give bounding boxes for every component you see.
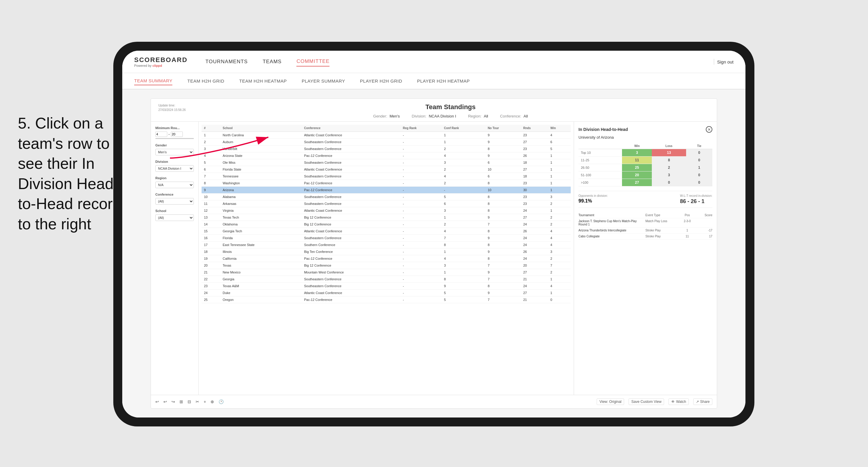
cell-rnds: 23 <box>521 193 548 200</box>
th-conf-rank: Conf Rank <box>442 125 486 132</box>
cell-reg-rank: - <box>400 146 442 152</box>
division-select[interactable]: NCAA Division I <box>155 165 194 172</box>
school-filter-label: School <box>155 209 194 213</box>
table-row[interactable]: 10 Alabama Southeastern Conference - 5 8… <box>202 193 571 200</box>
nav-teams[interactable]: TEAMS <box>263 57 282 66</box>
undo-icon[interactable]: ↩ <box>155 399 159 404</box>
cell-rnds: 23 <box>521 132 548 139</box>
hdh-tour-row[interactable]: Arizona Thunderbirds Intercollegiate Str… <box>579 227 712 234</box>
conference-label: Conference: <box>500 114 521 118</box>
circle-plus-icon[interactable]: ⊕ <box>211 399 214 404</box>
undo2-icon[interactable]: ↩ <box>163 399 167 404</box>
table-row[interactable]: 3 Vanderbilt Southeastern Conference - 2… <box>202 146 571 152</box>
table-row[interactable]: 22 Georgia Southeastern Conference - 8 7… <box>202 276 571 283</box>
subnav-player-h2h-heatmap[interactable]: PLAYER H2H HEATMAP <box>417 77 470 85</box>
hdh-close-button[interactable]: ✕ <box>706 126 712 133</box>
cell-rnds: 24 <box>521 242 548 248</box>
share-btn[interactable]: ↗ Share <box>693 398 712 405</box>
save-custom-view-btn[interactable]: Save Custom View <box>628 398 664 405</box>
hdh-cell-win: 11 <box>622 157 652 164</box>
gender-select[interactable]: Men's <box>155 149 194 155</box>
table-row[interactable]: 1 North Carolina Atlantic Coast Conferen… <box>202 132 571 139</box>
table-row[interactable]: 24 Duke Atlantic Coast Conference - 5 9 … <box>202 289 571 297</box>
cell-rnds: 23 <box>521 200 548 207</box>
cell-rank: 18 <box>202 248 220 255</box>
cell-rnds: 24 <box>521 235 548 242</box>
school-select[interactable]: (All) <box>155 214 194 221</box>
table-row[interactable]: 16 Florida Southeastern Conference - 7 9… <box>202 235 571 242</box>
table-row[interactable]: 9 Arizona Pac-12 Conference - - 10 30 1 <box>202 187 571 193</box>
cell-win: 1 <box>548 152 571 159</box>
table-row[interactable]: 17 East Tennessee State Southern Confere… <box>202 242 571 248</box>
subnav-team-h2h-grid[interactable]: TEAM H2H GRID <box>187 77 224 85</box>
table-row[interactable]: 13 Texas Tech Big 12 Conference - 1 9 27… <box>202 214 571 221</box>
hdh-row: 51-100 20 3 0 <box>579 172 712 179</box>
th-conference: Conference <box>302 125 400 132</box>
sign-out[interactable]: Sign out <box>717 59 734 64</box>
cell-conf-rank: 1 <box>442 214 486 221</box>
hdh-title: In Division Head-to-Head <box>579 127 628 132</box>
minus-icon[interactable]: ⊟ <box>188 399 191 404</box>
min-rounds-min-input[interactable] <box>155 131 167 137</box>
hdh-tour-row[interactable]: Cabo Collegiate Stroke Play 11 17 <box>579 234 712 240</box>
cell-reg-rank: - <box>400 276 442 283</box>
cell-school: North Carolina <box>220 132 302 139</box>
tour-name: Arizona Thunderbirds Intercollegiate <box>579 229 646 232</box>
cell-rank: 6 <box>202 166 220 173</box>
clock-icon[interactable]: 🕐 <box>219 399 224 404</box>
grid-icon[interactable]: ⊞ <box>180 399 183 404</box>
view-original-btn[interactable]: View: Original <box>597 398 624 405</box>
cell-conf-rank: 3 <box>442 207 486 214</box>
conference-select[interactable]: (All) <box>155 198 194 205</box>
watch-btn[interactable]: 👁 Watch <box>669 398 689 405</box>
min-rounds-slider[interactable] <box>155 138 194 139</box>
conference-filter-display: Conference: All <box>500 114 528 118</box>
subnav-player-summary[interactable]: PLAYER SUMMARY <box>302 77 345 85</box>
table-row[interactable]: 21 New Mexico Mountain West Conference -… <box>202 269 571 276</box>
table-row[interactable]: 23 Texas A&M Southeastern Conference - 9… <box>202 283 571 289</box>
redo-icon[interactable]: ↪ <box>172 399 175 404</box>
table-row[interactable]: 7 Tennessee Southeastern Conference - 4 … <box>202 173 571 180</box>
subnav-team-h2h-heatmap[interactable]: TEAM H2H HEATMAP <box>239 77 286 85</box>
table-row[interactable]: 2 Auburn Southeastern Conference - 1 9 2… <box>202 139 571 146</box>
plus-icon[interactable]: + <box>204 399 206 404</box>
min-rounds-max-input[interactable] <box>171 131 183 137</box>
subnav-team-summary[interactable]: TEAM SUMMARY <box>134 76 172 85</box>
nav-committee[interactable]: COMMITTEE <box>297 57 330 66</box>
cell-no-tour: 8 <box>486 242 521 248</box>
scissors-icon[interactable]: ✂ <box>196 399 199 404</box>
cell-win: 2 <box>548 255 571 262</box>
table-row[interactable]: 6 Florida State Atlantic Coast Conferenc… <box>202 166 571 173</box>
table-row[interactable]: 25 Oregon Pac-12 Conference - 5 7 21 0 <box>202 297 571 303</box>
table-row[interactable]: 4 Arizona State Pac-12 Conference - 4 9 … <box>202 152 571 159</box>
cell-school: Oregon <box>220 297 302 303</box>
cell-rank: 3 <box>202 146 220 152</box>
cell-no-tour: 9 <box>486 269 521 276</box>
logo-sub: Powered by clippd <box>134 64 188 67</box>
hdh-tour-row[interactable]: Jackson T. Stephens Cup Men's Match-Play… <box>579 218 712 227</box>
cell-no-tour: 8 <box>486 200 521 207</box>
cell-win: 4 <box>548 283 571 289</box>
cell-rank: 21 <box>202 269 220 276</box>
region-select[interactable]: N/A <box>155 182 194 188</box>
division-filter-label: Division <box>155 160 194 163</box>
region-label: Region: <box>468 114 482 118</box>
table-row[interactable]: 18 Illinois Big Ten Conference - 1 9 26 … <box>202 248 571 255</box>
table-row[interactable]: 5 Ole Miss Southeastern Conference - 3 6… <box>202 159 571 166</box>
table-row[interactable]: 8 Washington Pac-12 Conference - 2 8 23 … <box>202 180 571 187</box>
gender-label: Gender: <box>373 114 388 118</box>
table-row[interactable]: 12 Virginia Atlantic Coast Conference - … <box>202 207 571 214</box>
subnav-player-h2h-grid[interactable]: PLAYER H2H GRID <box>360 77 402 85</box>
table-row[interactable]: 20 Texas Big 12 Conference - 3 7 20 7 <box>202 262 571 269</box>
table-header-row: # School Conference Reg Rank Conf Rank N… <box>202 125 571 132</box>
cell-rnds: 26 <box>521 152 548 159</box>
table-row[interactable]: 15 Georgia Tech Atlantic Coast Conferenc… <box>202 228 571 235</box>
nav-tournaments[interactable]: TOURNAMENTS <box>206 57 248 66</box>
cell-reg-rank: - <box>400 242 442 248</box>
table-row[interactable]: 11 Arkansas Southeastern Conference - 6 … <box>202 200 571 207</box>
cell-rank: 7 <box>202 173 220 180</box>
table-row[interactable]: 14 Oklahoma Big 12 Conference - 2 7 24 2 <box>202 221 571 228</box>
cell-no-tour: 8 <box>486 193 521 200</box>
cell-conf-rank: 3 <box>442 159 486 166</box>
table-row[interactable]: 19 California Pac-12 Conference - 4 8 24… <box>202 255 571 262</box>
